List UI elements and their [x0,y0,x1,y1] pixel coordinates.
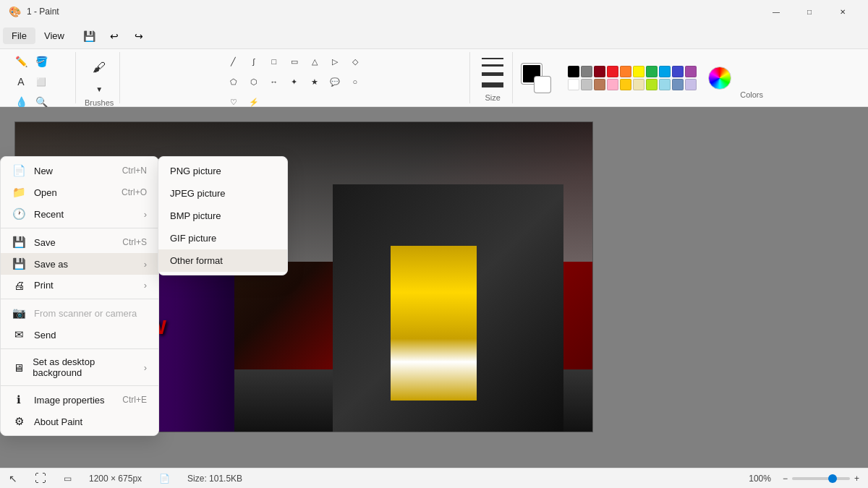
brush-down-btn[interactable]: ▼ [90,80,109,98]
menu-properties[interactable]: ℹ Image properties Ctrl+E [1,389,158,411]
shape-ellipse[interactable]: ○ [346,72,365,91]
color-row-1 [568,66,697,77]
pencil-tool[interactable]: ✏️ [12,52,30,71]
swatch-darkgray[interactable] [581,66,592,77]
undo-btn[interactable]: ↩ [103,26,125,46]
size-section: Size [473,52,513,103]
maximize-button[interactable]: □ [793,0,826,23]
about-icon: ⚙ [12,415,25,428]
menu-save[interactable]: 💾 Save Ctrl+S [1,231,158,253]
zoom-thumb [828,474,837,483]
cursor-icon: ↖ [9,473,17,484]
titlebar: 🎨 1 - Paint — □ ✕ [0,0,868,23]
color-swatches [568,66,697,90]
fullscreen-icon[interactable]: ⛶ [35,472,46,485]
background-color[interactable] [535,77,550,93]
menu-open[interactable]: 📁 Open Ctrl+O [1,181,158,203]
save-icon-btn[interactable]: 💾 [79,26,101,46]
swatch-yellow[interactable] [633,66,644,77]
close-button[interactable]: ✕ [826,0,859,23]
menu-print[interactable]: 🖨 Print › [1,275,158,296]
saveas-icon: 💾 [12,257,25,270]
swatch-red[interactable] [607,66,618,77]
shape-arrow[interactable]: ▷ [326,52,344,71]
color-picker-wheel[interactable] [708,67,731,90]
menu-file[interactable]: File [3,27,35,44]
size-line-3 [482,72,503,80]
save-icon: 💾 [12,236,25,249]
menu-recent[interactable]: 🕐 Recent › [1,203,158,225]
swatch-steel[interactable] [672,79,684,90]
shape-rect[interactable]: □ [265,52,284,71]
shape-line[interactable]: ╱ [224,52,243,71]
desktop-icon: 🖥 [12,361,24,374]
swatch-gold[interactable] [620,79,631,90]
swatch-white[interactable] [568,79,579,90]
swatch-lightgray[interactable] [581,79,592,90]
brush-btn[interactable]: 🖌 [90,58,109,77]
file-menu: 📄 New Ctrl+N 📁 Open Ctrl+O 🕐 Recent › 💾 … [0,156,159,436]
filesize-text: Size: 101.5KB [187,474,242,484]
recent-icon: 🕐 [12,207,25,221]
eraser-tool[interactable]: ⬜ [32,72,51,91]
shape-curve[interactable]: ∫ [244,52,263,71]
menu-send[interactable]: ✉ Send [1,324,158,346]
shape-arrow2[interactable]: ↔ [265,72,284,91]
saveas-gif[interactable]: GIF picture [158,227,287,249]
titlebar-title: 1 - Paint [27,7,59,17]
fill-tool[interactable]: 🪣 [32,52,51,71]
swatch-green[interactable] [646,66,658,77]
redo-btn[interactable]: ↪ [128,26,150,46]
menu-desktop[interactable]: 🖥 Set as desktop background › [1,352,158,382]
swatch-cyan[interactable] [659,66,671,77]
menu-divider-4 [1,385,158,386]
new-icon: 📄 [12,164,25,177]
shape-callout[interactable]: 💬 [326,72,344,91]
swatch-brown[interactable] [594,79,605,90]
shape-hex[interactable]: ⬡ [244,72,263,91]
shape-tri[interactable]: △ [305,52,324,71]
statusbar-right: 100% − + [749,474,859,484]
swatch-black[interactable] [568,66,579,77]
shape-penta[interactable]: ⬠ [224,72,243,91]
zoom-out-btn[interactable]: − [783,474,788,484]
menu-view[interactable]: View [35,27,73,44]
shape-rect2[interactable]: ▭ [285,52,304,71]
saveas-submenu: PNG picture JPEG picture BMP picture GIF… [158,156,288,275]
minimize-button[interactable]: — [760,0,793,23]
saveas-bmp[interactable]: BMP picture [158,205,287,227]
swatch-blue[interactable] [672,66,684,77]
zoom-slider[interactable] [792,477,850,480]
zoom-in-btn[interactable]: + [854,474,859,484]
swatch-skyblue[interactable] [659,79,671,90]
menu-saveas[interactable]: 💾 Save as › [1,253,158,275]
shape-star5[interactable]: ★ [305,72,324,91]
menu-divider-1 [1,228,158,228]
swatch-pink[interactable] [607,79,618,90]
menu-about[interactable]: ⚙ About Paint [1,411,158,432]
saveas-other[interactable]: Other format [158,249,287,272]
color-row-2 [568,79,697,90]
swatch-purple[interactable] [685,66,697,77]
swatch-orange[interactable] [620,66,631,77]
menu-scanner: 📷 From scanner or camera [1,302,158,324]
print-icon: 🖨 [12,279,25,291]
shape-star4[interactable]: ✦ [285,72,304,91]
menu-new[interactable]: 📄 New Ctrl+N [1,160,158,181]
swatch-cream[interactable] [633,79,644,90]
main-layout: File View 💾 ↩ ↪ ✏️ 🪣 A ⬜ 💧 🔍 Tools 🖌 [0,23,868,488]
active-colors [522,64,550,93]
swatch-lime[interactable] [646,79,658,90]
size-line-2 [482,64,503,70]
swatch-lavender[interactable] [685,79,697,90]
size-lines [482,58,503,87]
size-line-1 [482,58,503,62]
shape-diamond[interactable]: ◇ [346,52,365,71]
text-tool[interactable]: A [12,72,30,91]
saveas-jpeg[interactable]: JPEG picture [158,182,287,205]
swatch-darkred[interactable] [594,66,605,77]
saveas-png[interactable]: PNG picture [158,160,287,182]
menubar: File View 💾 ↩ ↪ [0,23,868,49]
open-icon: 📁 [12,186,25,199]
colors-label: Colors [740,90,763,100]
